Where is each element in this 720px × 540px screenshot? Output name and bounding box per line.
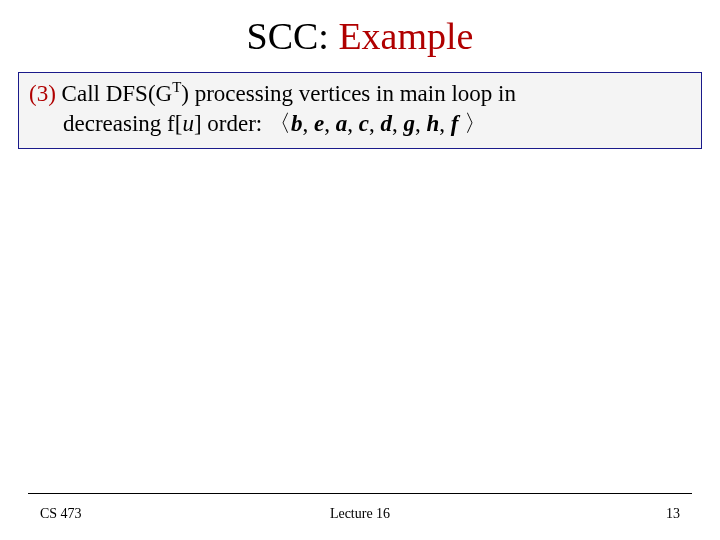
seq-d: d bbox=[380, 111, 392, 136]
footer-right: 13 bbox=[666, 506, 680, 522]
step-line2: decreasing f[u] order: 〈b, e, a, c, d, g… bbox=[29, 109, 691, 139]
dfs-label: DFS bbox=[106, 81, 148, 106]
seq-sep: , bbox=[439, 111, 451, 136]
slide-title: SCC: Example bbox=[0, 0, 720, 66]
step-box: (3) Call DFS(GT) processing vertices in … bbox=[18, 72, 702, 149]
line2-mid: ] order: bbox=[194, 111, 268, 136]
line2-u: u bbox=[182, 111, 194, 136]
slide: SCC: Example (3) Call DFS(GT) processing… bbox=[0, 0, 720, 540]
seq-a: a bbox=[336, 111, 348, 136]
seq-sep: , bbox=[392, 111, 404, 136]
step-text-close: ) processing vertices in main loop in bbox=[181, 81, 516, 106]
seq-sep: , bbox=[415, 111, 427, 136]
seq-sep: , bbox=[369, 111, 381, 136]
step-text-open: (G bbox=[148, 81, 172, 106]
seq-sep: , bbox=[347, 111, 359, 136]
seq-g: g bbox=[403, 111, 415, 136]
line2-pre: decreasing f[ bbox=[63, 111, 182, 136]
seq-sep: , bbox=[302, 111, 314, 136]
footer: CS 473 Lecture 16 13 bbox=[0, 502, 720, 522]
angle-open: 〈 bbox=[268, 111, 291, 136]
seq-c: c bbox=[359, 111, 369, 136]
seq-sep: , bbox=[324, 111, 336, 136]
footer-rule bbox=[28, 493, 692, 494]
footer-center: Lecture 16 bbox=[0, 506, 720, 522]
seq-b: b bbox=[291, 111, 303, 136]
superscript-t: T bbox=[172, 79, 181, 95]
title-part1: SCC: bbox=[247, 15, 339, 57]
step-text-pre: Call bbox=[56, 81, 106, 106]
title-part2: Example bbox=[338, 15, 473, 57]
seq-h: h bbox=[426, 111, 439, 136]
angle-close: 〉 bbox=[464, 111, 487, 136]
seq-e: e bbox=[314, 111, 324, 136]
step-number: (3) bbox=[29, 81, 56, 106]
